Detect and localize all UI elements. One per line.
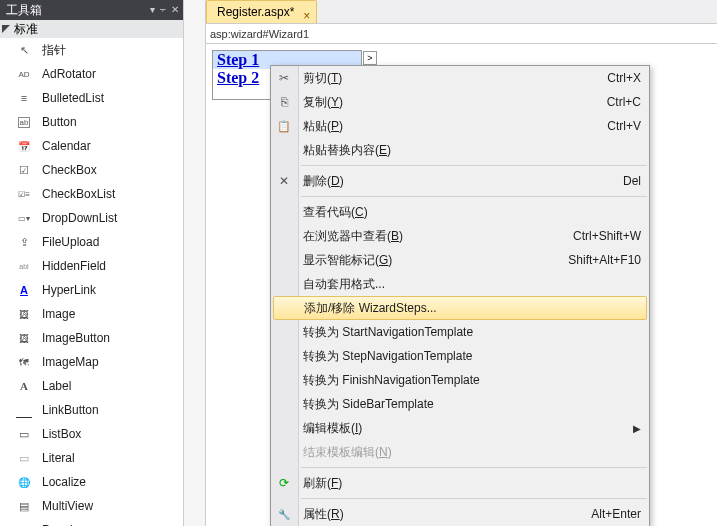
checkboxlist-icon	[16, 186, 32, 202]
menu-item[interactable]: 自动套用格式...	[271, 272, 649, 296]
menu-item[interactable]: 转换为 StartNavigationTemplate	[271, 320, 649, 344]
close-icon[interactable]: ×	[303, 5, 310, 27]
toolbox-list: 指针AdRotatorBulletedListButtonCalendarChe…	[0, 38, 183, 526]
panel-icon	[16, 522, 32, 526]
imagebutton-icon	[16, 330, 32, 346]
toolbox-item-label: ImageMap	[42, 355, 99, 369]
指针-icon	[16, 42, 32, 58]
menu-item-label: 粘贴(P)	[303, 118, 607, 135]
multiview-icon	[16, 498, 32, 514]
toolbox-item[interactable]: MultiView	[0, 494, 183, 518]
toolbox-item[interactable]: Label	[0, 374, 183, 398]
toolbox-title: 工具箱	[6, 0, 42, 20]
toolbox-category-header[interactable]: 标准	[0, 20, 183, 38]
toolbox-item[interactable]: Button	[0, 110, 183, 134]
toolbox-item-label: HiddenField	[42, 259, 106, 273]
menu-separator	[301, 498, 647, 499]
menu-item[interactable]: 添加/移除 WizardSteps...	[273, 296, 647, 320]
toolbox-item[interactable]: HiddenField	[0, 254, 183, 278]
menu-item[interactable]: 编辑模板(I)▶	[271, 416, 649, 440]
menu-item[interactable]: 查看代码(C)	[271, 200, 649, 224]
toolbox-item[interactable]: Panel	[0, 518, 183, 526]
toolbox-item[interactable]: FileUpload	[0, 230, 183, 254]
toolbox-item-label: HyperLink	[42, 283, 96, 297]
localize-icon	[16, 474, 32, 490]
toolbox-item[interactable]: CheckBox	[0, 158, 183, 182]
hiddenfield-icon	[16, 258, 32, 274]
menu-separator	[301, 165, 647, 166]
menu-item-icon	[276, 94, 292, 110]
imagemap-icon	[16, 354, 32, 370]
menu-item-label: 转换为 StepNavigationTemplate	[303, 348, 641, 365]
toolbox-item-label: Calendar	[42, 139, 91, 153]
menu-item-label: 编辑模板(I)	[303, 420, 633, 437]
hyperlink-icon	[16, 282, 32, 298]
smart-tag-handle[interactable]: >	[363, 51, 377, 65]
toolbox-category-label: 标准	[14, 20, 38, 38]
breadcrumb-text: asp:wizard#Wizard1	[210, 28, 309, 40]
gutter	[184, 0, 206, 526]
toolbox-item[interactable]: 指针	[0, 38, 183, 62]
menu-item-icon	[276, 506, 292, 522]
linkbutton-icon	[16, 402, 32, 418]
toolbox-item[interactable]: Image	[0, 302, 183, 326]
menu-item-shortcut: Del	[623, 174, 641, 188]
menu-item-label: 结束模板编辑(N)	[303, 444, 641, 461]
context-menu: 剪切(T)Ctrl+X复制(Y)Ctrl+C粘贴(P)Ctrl+V粘贴替换内容(…	[270, 65, 650, 526]
toolbox-item[interactable]: AdRotator	[0, 62, 183, 86]
menu-item[interactable]: 转换为 FinishNavigationTemplate	[271, 368, 649, 392]
breadcrumb[interactable]: asp:wizard#Wizard1	[206, 24, 717, 44]
menu-item-shortcut: Alt+Enter	[591, 507, 641, 521]
toolbox-item[interactable]: ImageButton	[0, 326, 183, 350]
toolbox-item[interactable]: Calendar	[0, 134, 183, 158]
menu-item[interactable]: 剪切(T)Ctrl+X	[271, 66, 649, 90]
menu-item-label: 刷新(F)	[303, 475, 641, 492]
submenu-arrow-icon: ▶	[633, 423, 641, 434]
menu-item[interactable]: 转换为 SideBarTemplate	[271, 392, 649, 416]
toolbox-window-controls[interactable]: ▾ ⫟ ✕	[150, 0, 183, 20]
document-tab-active[interactable]: Register.aspx* ×	[206, 0, 317, 23]
toolbox-item[interactable]: CheckBoxList	[0, 182, 183, 206]
menu-item-label: 删除(D)	[303, 173, 623, 190]
menu-item-label: 粘贴替换内容(E)	[303, 142, 641, 159]
toolbox-item[interactable]: HyperLink	[0, 278, 183, 302]
menu-item[interactable]: 转换为 StepNavigationTemplate	[271, 344, 649, 368]
menu-item-label: 在浏览器中查看(B)	[303, 228, 573, 245]
toolbox-item-label: Button	[42, 115, 77, 129]
menu-item-label: 显示智能标记(G)	[303, 252, 568, 269]
toolbox-item-label: Literal	[42, 451, 75, 465]
toolbox-item-label: FileUpload	[42, 235, 99, 249]
toolbox-item-label: ListBox	[42, 427, 81, 441]
toolbox-item[interactable]: BulletedList	[0, 86, 183, 110]
menu-item-label: 查看代码(C)	[303, 204, 641, 221]
menu-item-label: 复制(Y)	[303, 94, 607, 111]
menu-item[interactable]: 复制(Y)Ctrl+C	[271, 90, 649, 114]
toolbox-item[interactable]: Localize	[0, 470, 183, 494]
button-icon	[16, 114, 32, 130]
menu-item[interactable]: 删除(D)Del	[271, 169, 649, 193]
label-icon	[16, 378, 32, 394]
menu-item-shortcut: Ctrl+X	[607, 71, 641, 85]
menu-item-icon	[276, 70, 292, 86]
menu-item-label: 转换为 StartNavigationTemplate	[303, 324, 641, 341]
menu-separator	[301, 196, 647, 197]
menu-item: 结束模板编辑(N)	[271, 440, 649, 464]
menu-item-shortcut: Ctrl+V	[607, 119, 641, 133]
menu-item[interactable]: 在浏览器中查看(B)Ctrl+Shift+W	[271, 224, 649, 248]
menu-item[interactable]: 刷新(F)	[271, 471, 649, 495]
toolbox-item[interactable]: ImageMap	[0, 350, 183, 374]
menu-item[interactable]: 显示智能标记(G)Shift+Alt+F10	[271, 248, 649, 272]
menu-item[interactable]: 粘贴(P)Ctrl+V	[271, 114, 649, 138]
menu-item-label: 转换为 FinishNavigationTemplate	[303, 372, 641, 389]
menu-item-icon	[276, 173, 292, 189]
toolbox-item[interactable]: LinkButton	[0, 398, 183, 422]
toolbox-item[interactable]: ListBox	[0, 422, 183, 446]
toolbox-item-label: CheckBoxList	[42, 187, 115, 201]
toolbox-item[interactable]: Literal	[0, 446, 183, 470]
toolbox-item[interactable]: DropDownList	[0, 206, 183, 230]
menu-item[interactable]: 属性(R)Alt+Enter	[271, 502, 649, 526]
menu-item[interactable]: 粘贴替换内容(E)	[271, 138, 649, 162]
adrotator-icon	[16, 66, 32, 82]
listbox-icon	[16, 426, 32, 442]
toolbox-item-label: CheckBox	[42, 163, 97, 177]
